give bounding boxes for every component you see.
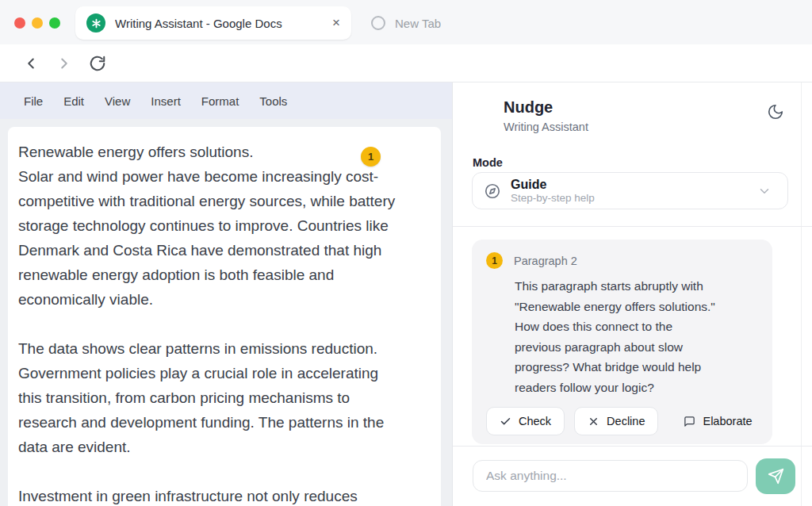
nudge-sidebar: Nudge Writing Assistant Mode Guide Step-… [452, 82, 812, 506]
decline-button[interactable]: Decline [574, 407, 658, 435]
sidebar-scrollbar[interactable] [801, 82, 802, 506]
tab-title: Writing Assistant - Google Docs [115, 17, 326, 30]
menu-item-insert[interactable]: Insert [151, 94, 181, 108]
check-icon [500, 416, 511, 427]
close-tab-icon[interactable]: × [332, 15, 340, 31]
menu-item-view[interactable]: View [105, 94, 130, 108]
tab-strip: Writing Assistant - Google Docs × New Ta… [0, 0, 812, 44]
paragraph-2[interactable]: Renewable energy offers solutions. Solar… [18, 140, 422, 312]
mode-label: Mode [473, 156, 503, 169]
dark-mode-moon-icon[interactable] [767, 103, 784, 121]
send-plane-icon [768, 468, 784, 485]
nudge-favicon-icon [86, 13, 105, 33]
browser-toolbar: docs.google.com/document/d/1a2b3c4d5e6f7… [0, 44, 812, 82]
blank-favicon-icon [371, 16, 385, 30]
minimize-window-button[interactable] [32, 17, 43, 29]
menu-item-format[interactable]: Format [201, 94, 239, 108]
chevron-down-icon [757, 184, 772, 198]
speech-bubble-icon [684, 416, 695, 427]
document-page[interactable]: Renewable energy offers solutions. Solar… [8, 127, 441, 506]
suggestion-text: This paragraph starts abruptly with "Ren… [515, 276, 760, 397]
input-divider [453, 446, 812, 447]
send-button[interactable] [756, 458, 795, 494]
elaborate-button[interactable]: Elaborate [671, 407, 764, 435]
back-icon[interactable] [22, 55, 40, 72]
mode-dropdown[interactable]: Guide Step-by-step help [472, 172, 788, 209]
suggestion-actions: Check Decline Elaborate [486, 407, 760, 435]
suggestion-target: Paragraph 2 [514, 255, 577, 267]
menu-item-file[interactable]: File [24, 94, 43, 108]
x-icon [588, 416, 599, 427]
sidebar-title: Nudge [504, 98, 553, 117]
docs-pane: File Edit View Insert Format Tools Renew… [0, 82, 452, 506]
check-button[interactable]: Check [486, 407, 565, 435]
tab-title: New Tab [395, 17, 441, 30]
menu-item-edit[interactable]: Edit [63, 94, 84, 108]
sidebar-subtitle: Writing Assistant [504, 121, 588, 133]
annotation-badge-1[interactable]: 1 [361, 147, 381, 167]
reload-icon[interactable] [89, 55, 106, 72]
compass-icon [484, 182, 501, 200]
mode-description: Step-by-step help [511, 192, 757, 205]
elaborate-label: Elaborate [703, 415, 752, 427]
close-window-button[interactable] [14, 17, 25, 29]
document-text: Renewable energy offers solutions. Solar… [8, 127, 441, 506]
suggestion-badge-1: 1 [486, 252, 503, 269]
suggestion-card: 1 Paragraph 2 This paragraph starts abru… [472, 240, 772, 444]
forward-icon[interactable] [56, 55, 73, 72]
mode-name: Guide [511, 177, 757, 192]
page-content: File Edit View Insert Format Tools Renew… [0, 82, 812, 506]
browser-window: Writing Assistant - Google Docs × New Ta… [0, 0, 812, 506]
menu-item-tools[interactable]: Tools [259, 94, 287, 108]
section-divider [453, 226, 812, 227]
mode-option: Guide Step-by-step help [511, 177, 757, 205]
check-label: Check [519, 415, 551, 427]
tab-new-tab[interactable]: New Tab [363, 6, 449, 40]
decline-label: Decline [607, 415, 645, 427]
tab-writing-assistant[interactable]: Writing Assistant - Google Docs × [75, 6, 351, 40]
paragraph-4[interactable]: Investment in green infrastructure not o… [18, 484, 422, 506]
suggestion-card-header: 1 Paragraph 2 [486, 252, 760, 269]
zoom-window-button[interactable] [49, 17, 60, 29]
window-controls [14, 17, 60, 29]
ask-input[interactable] [473, 460, 748, 492]
paragraph-3[interactable]: The data shows clear patterns in emissio… [18, 336, 422, 459]
docs-menubar: File Edit View Insert Format Tools [0, 82, 452, 119]
